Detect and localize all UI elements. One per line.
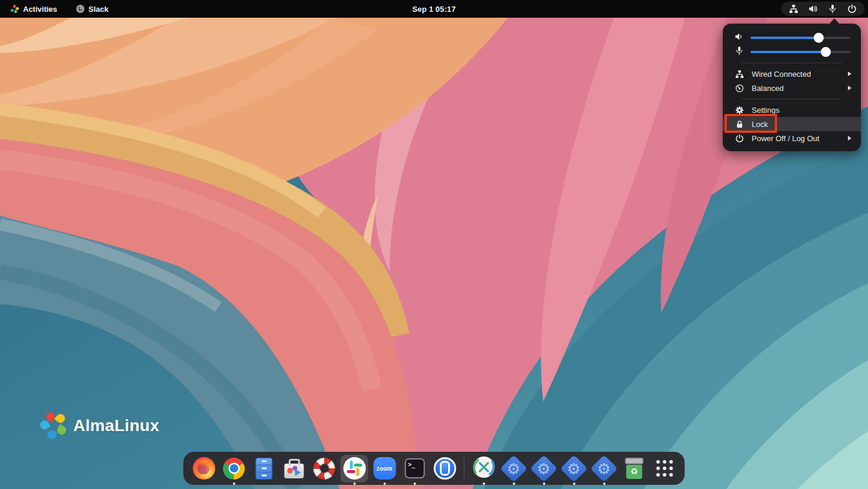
help-lifebuoy-icon	[314, 458, 335, 480]
top-bar: Activities Slack Sep 1 05:17	[0, 0, 868, 18]
lock-annotation-highlight	[725, 114, 777, 133]
distro-logo-icon	[11, 5, 19, 13]
dock-item-firefox[interactable]	[192, 457, 216, 481]
microphone-icon	[735, 46, 744, 58]
system-menu: Wired Connected Balanced	[723, 24, 861, 151]
running-indicator-dot	[413, 483, 416, 485]
clock[interactable]: Sep 1 05:17	[412, 0, 456, 18]
volume-slider[interactable]	[750, 37, 850, 39]
dock: zoom >_ ⚙	[184, 452, 685, 485]
running-indicator-dot	[573, 483, 575, 485]
remote-viewer-icon	[472, 456, 495, 481]
desktop-screen: Activities Slack Sep 1 05:17	[0, 0, 868, 489]
trash-icon: ♻	[625, 458, 644, 479]
activities-button[interactable]: Activities	[7, 4, 61, 15]
terminal-icon: >_	[404, 458, 425, 478]
power-icon	[735, 133, 744, 143]
slack-icon	[343, 457, 366, 480]
file-cabinet-icon	[256, 458, 273, 480]
generic-app-icon: ⚙	[560, 455, 588, 483]
volume-slider-row	[723, 31, 861, 45]
volume-slider-knob[interactable]	[814, 33, 824, 43]
generic-app-icon: ⚙	[530, 455, 558, 483]
power-profile-gauge-icon	[735, 83, 744, 93]
activities-label: Activities	[23, 5, 57, 14]
software-briefcase-icon	[285, 464, 304, 478]
generic-app-icon: ⚙	[590, 455, 618, 483]
dock-item-trash[interactable]: ♻	[622, 457, 647, 481]
almalinux-logo: AlmaLinux	[40, 412, 159, 439]
running-indicator-dot	[603, 483, 605, 485]
dock-separator	[464, 457, 465, 480]
top-bar-left: Activities Slack	[0, 4, 112, 15]
dock-item-software[interactable]	[282, 457, 306, 481]
menu-item-wired-connected[interactable]: Wired Connected	[723, 67, 861, 81]
dock-item-file-cabinet[interactable]	[252, 457, 276, 481]
running-indicator-dot	[513, 483, 515, 485]
dock-item-terminal[interactable]: >_	[403, 457, 427, 481]
slack-tray-icon	[76, 5, 84, 13]
menu-item-label: Balanced	[752, 84, 784, 93]
dock-item-1password[interactable]	[433, 457, 457, 481]
dock-item-app-grid[interactable]	[652, 457, 677, 481]
menu-item-balanced[interactable]: Balanced	[723, 81, 861, 95]
app-grid-icon	[656, 460, 673, 477]
menu-item-power-off-log-out[interactable]: Power Off / Log Out	[723, 131, 861, 145]
chrome-icon	[223, 458, 245, 480]
system-tray[interactable]	[781, 2, 864, 16]
dock-item-slack[interactable]	[342, 457, 367, 481]
running-indicator-dot	[353, 483, 355, 485]
network-wired-icon	[735, 69, 744, 79]
menu-separator	[742, 99, 842, 99]
dock-item-zoom[interactable]: zoom	[373, 457, 397, 481]
submenu-chevron-icon	[848, 136, 851, 141]
dock-item-generic-app-2[interactable]: ⚙	[532, 457, 556, 481]
generic-app-icon: ⚙	[500, 455, 528, 483]
microphone-slider[interactable]	[750, 51, 850, 53]
app-indicator-slack[interactable]: Slack	[73, 4, 112, 15]
slack-indicator-label: Slack	[89, 5, 109, 14]
dock-item-chrome[interactable]	[222, 457, 246, 481]
dock-item-generic-app-4[interactable]: ⚙	[592, 457, 616, 481]
menu-item-label: Wired Connected	[752, 70, 811, 79]
network-wired-icon	[789, 4, 798, 14]
menu-item-label: Settings	[752, 106, 779, 115]
menu-item-label: Power Off / Log Out	[752, 134, 820, 143]
running-indicator-dot	[543, 483, 545, 485]
firefox-icon	[192, 457, 215, 480]
running-indicator-dot	[233, 483, 235, 485]
volume-icon	[735, 32, 744, 44]
microphone-icon	[828, 4, 837, 14]
microphone-slider-knob[interactable]	[821, 47, 831, 57]
running-indicator-dot	[482, 483, 485, 485]
almalinux-wordmark: AlmaLinux	[73, 416, 159, 435]
submenu-chevron-icon	[848, 86, 851, 90]
menu-separator	[742, 63, 842, 63]
microphone-slider-row	[723, 45, 861, 59]
dock-item-help[interactable]	[312, 457, 337, 481]
zoom-icon: zoom	[373, 457, 396, 480]
gear-icon	[735, 105, 744, 115]
power-icon	[847, 4, 857, 14]
1password-icon	[433, 457, 456, 480]
dock-item-generic-app-3[interactable]: ⚙	[562, 457, 586, 481]
almalinux-swirl-icon	[40, 412, 66, 439]
dock-item-generic-app-1[interactable]: ⚙	[502, 457, 526, 481]
volume-icon	[808, 4, 818, 14]
submenu-chevron-icon	[848, 71, 851, 76]
dock-item-remote-viewer[interactable]	[472, 457, 496, 481]
running-indicator-dot	[383, 483, 386, 485]
